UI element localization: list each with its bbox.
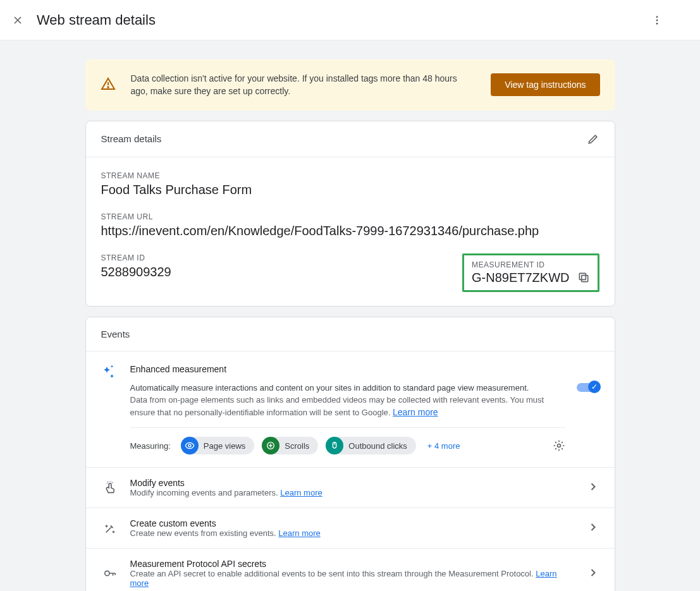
modify-events-learn-more[interactable]: Learn more bbox=[280, 488, 322, 497]
eye-icon bbox=[181, 437, 199, 454]
chevron-right-icon bbox=[587, 480, 599, 495]
svg-rect-6 bbox=[579, 273, 586, 279]
create-events-sub: Create new events from existing events. bbox=[130, 528, 279, 538]
modify-events-sub: Modify incoming events and parameters. bbox=[130, 488, 281, 497]
events-card: Events Enhanced measurement Automaticall… bbox=[85, 317, 615, 591]
wand-icon bbox=[101, 521, 119, 535]
svg-rect-5 bbox=[581, 276, 587, 282]
chevron-right-icon bbox=[587, 566, 599, 581]
svg-point-2 bbox=[656, 22, 658, 24]
stream-name-label: STREAM NAME bbox=[101, 171, 599, 180]
measurement-id-value: G-N89ET7ZKWD bbox=[472, 271, 569, 285]
enhanced-measurement-section: Enhanced measurement Automatically measu… bbox=[86, 351, 615, 468]
key-icon bbox=[101, 566, 119, 580]
modify-events-title: Modify events bbox=[130, 478, 575, 488]
alert-text: Data collection isn't active for your we… bbox=[131, 72, 476, 98]
more-measurements-link[interactable]: + 4 more bbox=[427, 441, 460, 451]
view-tag-instructions-button[interactable]: View tag instructions bbox=[491, 73, 599, 96]
chevron-right-icon bbox=[587, 521, 599, 535]
close-icon bbox=[11, 14, 24, 27]
create-custom-events-row[interactable]: Create custom events Create new events f… bbox=[86, 508, 615, 548]
measurement-protocol-row[interactable]: Measurement Protocol API secrets Create … bbox=[86, 548, 615, 591]
enhanced-measurement-toggle[interactable]: ✓ bbox=[577, 381, 599, 393]
stream-id-value: 5288909329 bbox=[101, 265, 171, 279]
chip-page-views-label: Page views bbox=[204, 441, 245, 451]
chip-scrolls: Scrolls bbox=[262, 437, 318, 454]
more-vert-icon bbox=[651, 15, 663, 26]
stream-url-value: https://inevent.com/en/Knowledge/FoodTal… bbox=[101, 224, 599, 238]
warning-icon bbox=[101, 76, 116, 94]
chip-outbound-clicks: Outbound clicks bbox=[326, 437, 416, 454]
enhanced-settings-button[interactable] bbox=[553, 439, 565, 452]
modify-events-row[interactable]: Modify events Modify incoming events and… bbox=[86, 467, 615, 508]
data-collection-alert: Data collection isn't active for your we… bbox=[85, 59, 615, 111]
mp-secrets-sub: Create an API secret to enable additiona… bbox=[130, 569, 536, 578]
more-menu-button[interactable] bbox=[644, 8, 670, 33]
pencil-icon bbox=[587, 133, 599, 145]
check-icon: ✓ bbox=[591, 382, 598, 391]
svg-point-12 bbox=[104, 571, 109, 575]
enhanced-measurement-desc: Data from on-page elements such as links… bbox=[130, 395, 544, 417]
chip-page-views: Page views bbox=[181, 437, 254, 454]
measuring-label: Measuring: bbox=[130, 441, 171, 451]
mouse-icon bbox=[326, 437, 343, 454]
copy-measurement-id-button[interactable] bbox=[577, 271, 590, 284]
edit-stream-button[interactable] bbox=[587, 133, 599, 145]
enhanced-measurement-desc-lead: Automatically measure interactions and c… bbox=[130, 383, 529, 393]
sparkle-icon bbox=[101, 364, 119, 381]
copy-icon bbox=[577, 271, 590, 284]
measurement-id-highlight: MEASUREMENT ID G-N89ET7ZKWD bbox=[462, 253, 599, 292]
svg-point-1 bbox=[656, 19, 658, 21]
enhanced-measurement-title: Enhanced measurement bbox=[130, 364, 565, 374]
svg-point-7 bbox=[188, 444, 191, 447]
topbar: Web stream details bbox=[0, 0, 700, 40]
enhanced-learn-more-link[interactable]: Learn more bbox=[393, 407, 438, 417]
measurement-id-label: MEASUREMENT ID bbox=[472, 260, 589, 269]
stream-details-heading: Stream details bbox=[101, 133, 162, 144]
stream-url-label: STREAM URL bbox=[101, 212, 599, 221]
mp-secrets-title: Measurement Protocol API secrets bbox=[130, 559, 575, 569]
divider bbox=[130, 427, 565, 428]
svg-point-11 bbox=[557, 444, 560, 448]
events-heading: Events bbox=[101, 329, 130, 339]
stream-id-label: STREAM ID bbox=[101, 253, 171, 262]
chip-outbound-label: Outbound clicks bbox=[348, 441, 407, 451]
stream-details-card: Stream details STREAM NAME Food Talks Pu… bbox=[85, 121, 615, 307]
svg-point-4 bbox=[107, 87, 109, 88]
stream-name-value: Food Talks Purchase Form bbox=[101, 183, 599, 197]
close-button[interactable] bbox=[10, 13, 25, 28]
create-events-title: Create custom events bbox=[130, 518, 575, 528]
svg-point-0 bbox=[656, 16, 658, 18]
scroll-icon bbox=[262, 437, 279, 454]
page-title: Web stream details bbox=[37, 12, 156, 28]
touch-icon bbox=[101, 481, 119, 495]
create-events-learn-more[interactable]: Learn more bbox=[278, 528, 320, 538]
gear-icon bbox=[553, 439, 565, 452]
chip-scrolls-label: Scrolls bbox=[285, 441, 309, 451]
